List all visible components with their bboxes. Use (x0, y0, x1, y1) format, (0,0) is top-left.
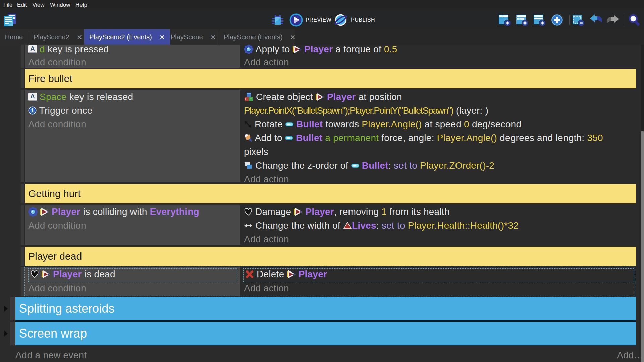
svg-text:1: 1 (31, 108, 34, 113)
